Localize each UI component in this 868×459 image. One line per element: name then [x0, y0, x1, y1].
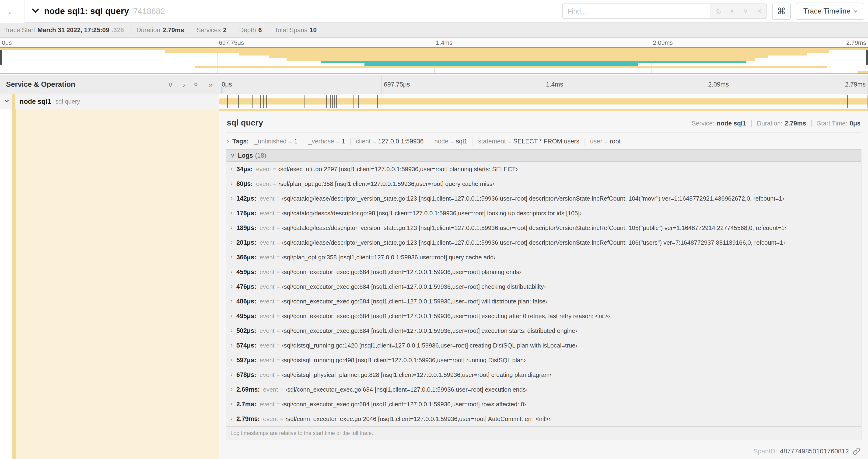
- minimap-right-scrubber[interactable]: [866, 50, 868, 65]
- focus-match-icon[interactable]: ◎: [715, 7, 721, 15]
- summary-value: 2.79ms: [163, 27, 184, 34]
- log-row[interactable]: ›2.79ms:event=‹sql/conn_executor_exec.go…: [226, 412, 861, 426]
- log-timestamp: 201μs:: [236, 239, 256, 246]
- summary-item: Depth6: [239, 27, 262, 34]
- log-tick-marker[interactable]: [260, 95, 261, 108]
- span-collapse-chevron-icon[interactable]: [4, 98, 9, 102]
- log-row[interactable]: ›189μs:event=‹sql/catalog/lease/descript…: [226, 221, 861, 235]
- minimap-span-bar: [195, 66, 827, 68]
- log-row[interactable]: ›80μs:event=‹sql/plan_opt.go:358 [nsql1,…: [226, 176, 861, 191]
- log-equals: =: [277, 357, 280, 363]
- logs-title: Logs: [238, 152, 253, 159]
- summary-item: Services2: [196, 27, 226, 34]
- log-row[interactable]: ›597μs:event=‹sql/distsql_running.go:498…: [226, 353, 861, 368]
- log-tick-marker[interactable]: [330, 95, 331, 108]
- summary-value: 6: [258, 27, 262, 34]
- tag-value: SELECT * FROM users: [513, 138, 579, 145]
- tag-equals: =: [604, 138, 608, 144]
- log-row[interactable]: ›366μs:event=‹sql/plan_opt.go:358 [nsql1…: [226, 250, 861, 265]
- log-row[interactable]: ›142μs:event=‹sql/catalog/lease/descript…: [226, 191, 861, 206]
- log-row[interactable]: ›495μs:event=‹sql/conn_executor_exec.go:…: [226, 309, 861, 324]
- log-row[interactable]: ›2.7ms:event=‹sql/conn_executor_exec.go:…: [226, 397, 861, 412]
- tag-item: _verbose=1: [303, 138, 350, 145]
- minimap-left-scrubber[interactable]: [0, 50, 2, 65]
- log-tick-marker[interactable]: [377, 95, 378, 108]
- tags-accordion[interactable]: › Tags: _unfinished=1_verbose=1client=12…: [226, 132, 862, 149]
- log-timestamp: 2.7ms:: [236, 401, 256, 408]
- log-timestamp: 189μs:: [236, 224, 256, 232]
- log-row[interactable]: ›176μs:event=‹sql/catalog/descs/descript…: [226, 206, 861, 221]
- back-button[interactable]: ←: [0, 0, 25, 23]
- log-timestamp: 80μs:: [236, 180, 253, 188]
- minimap-span-bar: [165, 51, 829, 53]
- expand-one-icon[interactable]: ›: [183, 80, 185, 88]
- next-match-icon[interactable]: ∨: [743, 7, 748, 15]
- log-timestamp: 502μs:: [236, 327, 256, 334]
- log-timestamp: 176μs:: [236, 210, 256, 217]
- keyboard-shortcuts-button[interactable]: ⌘: [772, 3, 791, 20]
- expand-all-icon[interactable]: »: [208, 80, 213, 88]
- meta-separator: [811, 120, 812, 127]
- log-tick-marker[interactable]: [227, 95, 228, 108]
- log-row[interactable]: ›2.69ms:event=‹sql/conn_executor_exec.go…: [226, 382, 861, 397]
- log-tick-marker[interactable]: [847, 95, 848, 108]
- log-tick-marker[interactable]: [353, 95, 353, 108]
- view-selector-button[interactable]: Trace Timeline: [796, 3, 864, 20]
- span-name-cell[interactable]: node sql1 sql query: [0, 94, 219, 109]
- clear-search-icon[interactable]: ✕: [757, 7, 762, 15]
- find-controls: ◎ ∧ ∨ ✕: [711, 4, 767, 19]
- log-row[interactable]: ›34μs:event=‹sql/exec_util.go:2297 [nsql…: [226, 162, 861, 176]
- log-equals: =: [277, 328, 280, 334]
- log-tick-marker[interactable]: [334, 95, 335, 108]
- view-selector-label: Trace Timeline: [803, 7, 850, 15]
- trace-minimap: 0μs697.75μs1.4ms2.09ms2.79ms: [0, 38, 868, 75]
- tag-value: sql1: [456, 138, 468, 145]
- log-tick-marker[interactable]: [332, 95, 333, 108]
- collapse-all-icon[interactable]: »: [193, 82, 201, 87]
- prev-match-icon[interactable]: ∧: [730, 7, 735, 15]
- find-input[interactable]: [563, 4, 711, 19]
- log-field-name: event: [260, 371, 275, 379]
- log-timestamp: 366μs:: [236, 254, 256, 261]
- log-tick-marker[interactable]: [358, 95, 359, 108]
- minimap-canvas[interactable]: [0, 47, 868, 74]
- deep-link-icon[interactable]: [852, 447, 861, 455]
- log-equals: =: [280, 387, 283, 393]
- collapse-trace-chevron-icon[interactable]: [32, 6, 39, 13]
- log-equals: =: [277, 195, 280, 202]
- log-tick-marker[interactable]: [305, 95, 305, 108]
- span-row[interactable]: node sql1 sql query: [0, 94, 868, 109]
- chevron-right-icon: ›: [230, 283, 232, 290]
- log-tick-marker[interactable]: [252, 95, 253, 108]
- log-tick-marker[interactable]: [263, 95, 264, 108]
- minimap-tick-label: 2.09ms: [653, 39, 673, 46]
- tag-item: node=sql1: [429, 138, 473, 145]
- log-tick-marker[interactable]: [336, 95, 337, 108]
- log-timestamp: 142μs:: [236, 195, 256, 202]
- page-title: node sql1: sql query: [44, 6, 129, 16]
- span-bar-cell[interactable]: [219, 94, 868, 109]
- log-field-name: event: [260, 401, 275, 408]
- log-tick-marker[interactable]: [326, 95, 327, 108]
- log-field-name: event: [260, 195, 275, 202]
- log-row[interactable]: ›502μs:event=‹sql/conn_executor_exec.go:…: [226, 324, 861, 338]
- log-row[interactable]: ›574μs:event=‹sql/distsql_running.go:142…: [226, 338, 861, 353]
- log-tick-marker[interactable]: [266, 95, 267, 108]
- log-tick-marker[interactable]: [238, 95, 239, 108]
- log-row[interactable]: ›678μs:event=‹sql/distsql_physical_plann…: [226, 368, 861, 382]
- collapse-one-icon[interactable]: ∨: [167, 80, 174, 88]
- ruler-tick-line: [706, 75, 706, 94]
- logs-header[interactable]: ∨ Logs (18): [226, 150, 861, 162]
- chevron-right-icon: ›: [230, 371, 232, 378]
- log-equals: =: [277, 284, 280, 290]
- summary-label: Duration: [136, 27, 160, 34]
- log-row[interactable]: ›486μs:event=‹sql/conn_executor_exec.go:…: [226, 294, 861, 309]
- span-duration-bar[interactable]: [219, 98, 868, 104]
- tag-item: client=127.0.0.1:59936: [350, 138, 429, 145]
- log-tick-marker[interactable]: [845, 95, 845, 108]
- log-row[interactable]: ›459μs:event=‹sql/conn_executor_exec.go:…: [226, 265, 861, 280]
- summary-item: Duration2.79ms: [136, 27, 184, 34]
- log-row[interactable]: ›201μs:event=‹sql/catalog/lease/descript…: [226, 235, 861, 250]
- log-value: ‹sql/distsql_running.go:498 [nsql1,clien…: [282, 357, 526, 364]
- log-row[interactable]: ›476μs:event=‹sql/conn_executor_exec.go:…: [226, 280, 861, 294]
